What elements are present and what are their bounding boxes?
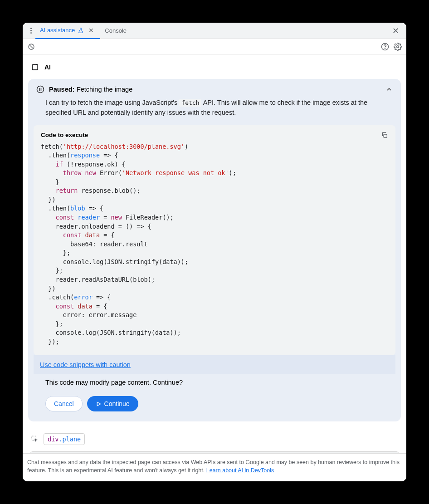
copy-icon (381, 132, 388, 139)
code-header: Code to execute (34, 125, 395, 142)
paused-title: Fetching the image (77, 86, 132, 93)
ai-label: AI (44, 64, 51, 71)
card-header: Paused: Fetching the image (28, 79, 401, 98)
copy-code-button[interactable] (381, 132, 388, 139)
help-button[interactable] (381, 43, 389, 51)
block-icon (28, 43, 35, 50)
settings-button[interactable] (394, 43, 402, 51)
element-tag[interactable]: div.plane (44, 433, 85, 445)
paused-label: Paused: (49, 86, 74, 93)
code-title: Code to execute (41, 132, 88, 138)
description-text-before: I can try to fetch the image using JavaS… (45, 99, 179, 106)
tab-label: Console (105, 27, 127, 34)
tab-label: AI assistance (40, 27, 75, 34)
svg-line-1 (29, 44, 34, 49)
confirm-text: This code may modify page content. Conti… (28, 374, 401, 391)
inline-code: fetch (179, 99, 201, 107)
element-name: div (48, 435, 58, 443)
devtools-window: AI assistance ✕ Console ✕ (23, 23, 406, 481)
caution-bar: Use code snippets with caution (34, 355, 395, 374)
play-icon (96, 401, 102, 407)
code-content: fetch('http://localhost:3000/plane.svg')… (34, 142, 395, 356)
caution-link[interactable]: Use code snippets with caution (34, 361, 131, 368)
gear-icon (394, 43, 402, 51)
close-tab-button[interactable]: ✕ (87, 26, 96, 35)
svg-point-3 (385, 48, 385, 49)
chevron-up-icon (385, 86, 393, 93)
ask-row: Ask a question about the selected elemen… (27, 450, 402, 453)
selected-element-row: div.plane (27, 431, 402, 450)
clear-button[interactable] (27, 43, 35, 51)
flask-icon (78, 27, 84, 34)
card-footer: Cancel Continue (28, 391, 401, 421)
select-element-icon[interactable] (31, 435, 39, 443)
paused-heading: Paused: Fetching the image (49, 85, 132, 93)
disclaimer-link[interactable]: Learn about AI in DevTools (206, 467, 274, 474)
svg-point-4 (397, 45, 399, 48)
help-icon (381, 43, 389, 51)
panel-content: AI Paused: Fetching the image I can try (23, 54, 406, 453)
tab-console[interactable]: Console (100, 23, 131, 39)
collapse-button[interactable] (385, 86, 393, 93)
svg-marker-10 (97, 402, 101, 406)
continue-button[interactable]: Continue (87, 396, 138, 411)
more-tabs-button[interactable] (26, 28, 35, 34)
svg-point-6 (37, 86, 44, 93)
cancel-label: Cancel (54, 400, 74, 407)
code-block: Code to execute fetch('http://localhost:… (34, 125, 395, 356)
kebab-icon (30, 28, 32, 34)
tab-bar: AI assistance ✕ Console ✕ (23, 23, 406, 39)
ai-sparkle-icon (31, 63, 40, 72)
toolbar (23, 39, 406, 54)
element-class: .plane (58, 435, 81, 443)
continue-label: Continue (104, 400, 130, 407)
svg-rect-9 (384, 134, 387, 137)
pause-icon (36, 85, 44, 93)
disclaimer: Chat messages and any data the inspected… (23, 453, 406, 482)
card-description: I can try to fetch the image using JavaS… (28, 98, 401, 118)
ai-step-card: Paused: Fetching the image I can try to … (28, 79, 401, 421)
cancel-button[interactable]: Cancel (45, 396, 83, 411)
ai-header: AI (27, 63, 402, 79)
close-panel-button[interactable]: ✕ (389, 24, 403, 38)
tab-ai-assistance[interactable]: AI assistance ✕ (35, 23, 100, 39)
